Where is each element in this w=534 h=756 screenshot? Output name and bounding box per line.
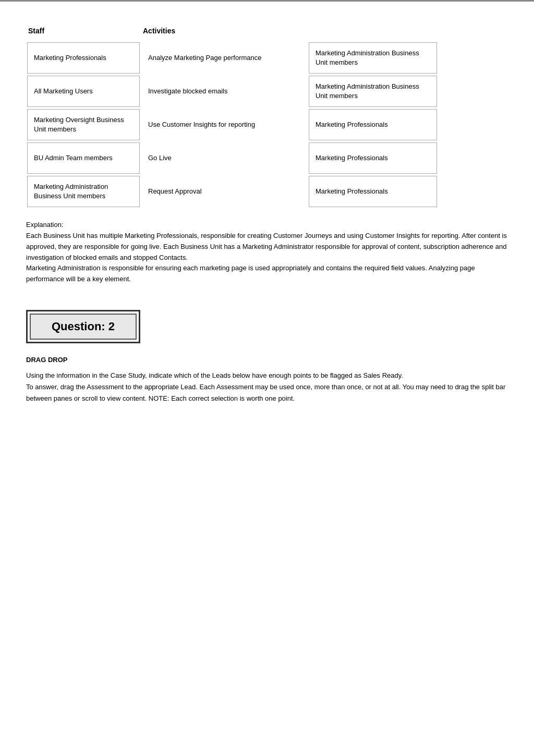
table-grid: Staff Activities Marketing Professionals… bbox=[26, 22, 508, 208]
explanation-paragraph-1: Each Business Unit has multiple Marketin… bbox=[26, 231, 508, 263]
activity-cell-4: Go Live bbox=[142, 142, 307, 174]
role-cell-1: Marketing Administration Business Unit m… bbox=[309, 42, 437, 74]
activity-cell-5: Request Approval bbox=[142, 176, 307, 207]
role-cell-5: Marketing Professionals bbox=[309, 176, 437, 207]
instruction-para-1: Using the information in the Case Study,… bbox=[26, 370, 508, 381]
role-cell-2: Marketing Administration Business Unit m… bbox=[309, 76, 437, 107]
activities-header: Activities bbox=[141, 22, 308, 41]
staff-cell-2: All Marketing Users bbox=[27, 76, 140, 107]
staff-cell-3: Marketing Oversight Business Unit member… bbox=[27, 109, 140, 140]
drag-drop-label: DRAG DROP bbox=[26, 356, 508, 364]
activity-cell-3: Use Customer Insights for reporting bbox=[142, 109, 307, 140]
staff-header: Staff bbox=[26, 22, 141, 41]
explanation-title: Explanation: bbox=[26, 221, 508, 229]
roles-header bbox=[308, 22, 438, 41]
question-box-inner: Question: 2 bbox=[30, 314, 137, 340]
staff-cell-4: BU Admin Team members bbox=[27, 142, 140, 174]
activity-cell-1: Analyze Marketing Page performance bbox=[142, 42, 307, 74]
top-border bbox=[0, 0, 534, 2]
activity-cell-2: Investigate blocked emails bbox=[142, 76, 307, 107]
instruction-text-1: Using the information in the Case Study,… bbox=[26, 370, 508, 404]
table-section: Staff Activities Marketing Professionals… bbox=[26, 22, 508, 208]
role-cell-3: Marketing Professionals bbox=[309, 109, 437, 140]
instruction-para-2: To answer, drag the Assessment to the ap… bbox=[26, 381, 508, 404]
explanation-section: Explanation: Each Business Unit has mult… bbox=[26, 221, 508, 285]
question-box-wrapper: Question: 2 bbox=[26, 310, 140, 343]
question-box-outer: Question: 2 bbox=[26, 310, 140, 343]
role-cell-4: Marketing Professionals bbox=[309, 142, 437, 174]
question-label: Question: 2 bbox=[52, 320, 115, 333]
explanation-paragraph-2: Marketing Administration is responsible … bbox=[26, 263, 508, 285]
staff-cell-1: Marketing Professionals bbox=[27, 42, 140, 74]
staff-cell-5: Marketing Administration Business Unit m… bbox=[27, 176, 140, 207]
